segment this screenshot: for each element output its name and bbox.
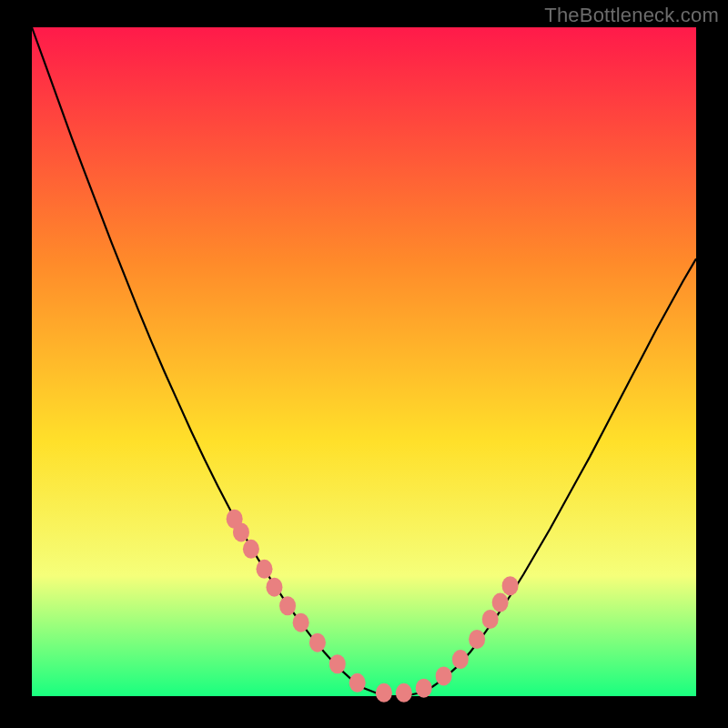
- marker-point: [279, 596, 296, 615]
- marker-point: [482, 610, 499, 629]
- marker-point: [452, 650, 469, 669]
- marker-point: [376, 683, 392, 703]
- marker-point: [309, 633, 326, 652]
- chart-root: TheBottleneck.com: [0, 0, 728, 728]
- marker-point: [329, 654, 346, 673]
- marker-point: [349, 673, 366, 693]
- marker-point: [293, 613, 309, 632]
- watermark-label: TheBottleneck.com: [544, 4, 719, 27]
- marker-point: [396, 683, 412, 703]
- marker-point: [243, 540, 259, 559]
- marker-point: [266, 578, 282, 597]
- marker-point: [492, 593, 509, 612]
- plot-area: [32, 27, 696, 696]
- marker-point: [233, 522, 249, 541]
- marker-point: [257, 560, 273, 579]
- marker-point: [436, 666, 452, 685]
- marker-point: [416, 679, 432, 698]
- chart-svg: [0, 0, 728, 728]
- marker-point: [502, 576, 519, 595]
- marker-point: [469, 630, 485, 649]
